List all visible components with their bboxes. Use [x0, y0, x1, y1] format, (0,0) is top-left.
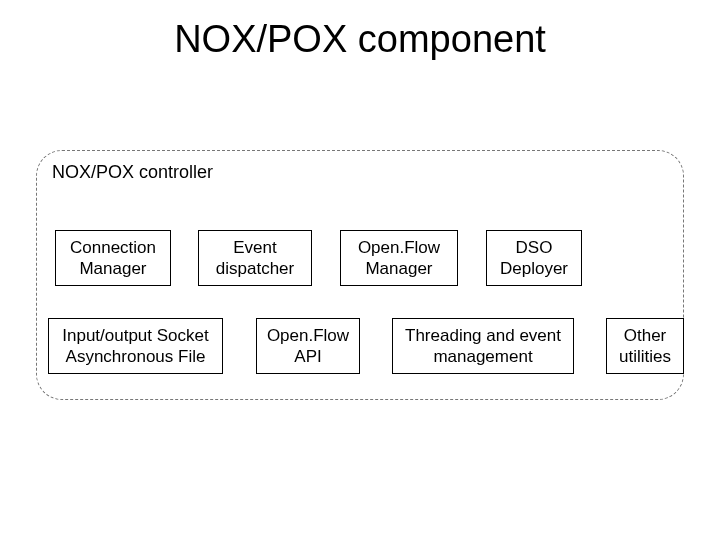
- box-connection-manager: Connection Manager: [55, 230, 171, 286]
- box-io-socket-async-file: Input/output Socket Asynchronous File: [48, 318, 223, 374]
- slide: NOX/POX component NOX/POX controller Con…: [0, 0, 720, 540]
- box-event-dispatcher: Event dispatcher: [198, 230, 312, 286]
- box-threading-event-mgmt: Threading and event management: [392, 318, 574, 374]
- controller-label: NOX/POX controller: [52, 162, 213, 183]
- slide-title: NOX/POX component: [0, 18, 720, 61]
- box-openflow-api: Open.Flow API: [256, 318, 360, 374]
- box-other-utilities: Other utilities: [606, 318, 684, 374]
- box-openflow-manager: Open.Flow Manager: [340, 230, 458, 286]
- box-dso-deployer: DSO Deployer: [486, 230, 582, 286]
